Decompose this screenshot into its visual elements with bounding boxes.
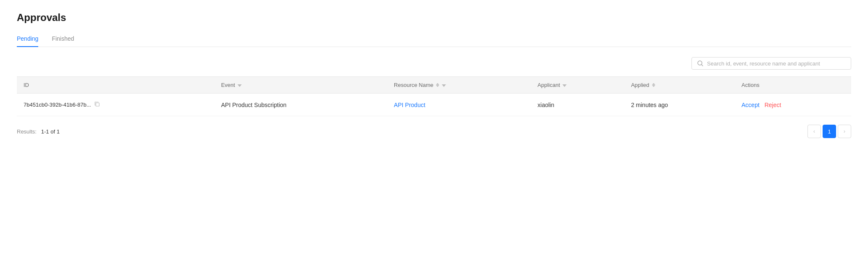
tab-pending[interactable]: Pending bbox=[17, 32, 38, 47]
reject-button[interactable]: Reject bbox=[765, 102, 781, 108]
svg-rect-2 bbox=[96, 103, 99, 106]
col-actions: Actions bbox=[735, 77, 851, 94]
tabs-container: Pending Finished bbox=[17, 32, 851, 47]
resource-filter-icon[interactable] bbox=[442, 83, 446, 88]
col-applied: Applied bbox=[624, 77, 735, 94]
svg-line-1 bbox=[702, 65, 703, 66]
col-event: Event bbox=[214, 77, 387, 94]
search-placeholder: Search id, event, resource name and appl… bbox=[707, 60, 820, 67]
approvals-table: ID Event Resource Name bbox=[17, 76, 851, 116]
cell-actions: Accept Reject bbox=[735, 94, 851, 116]
search-bar-row: Search id, event, resource name and appl… bbox=[17, 47, 851, 76]
page-title: Approvals bbox=[17, 12, 851, 24]
results-count: 1-1 of 1 bbox=[41, 128, 60, 135]
prev-page-button[interactable]: ‹ bbox=[807, 125, 821, 138]
cell-applicant: xiaolin bbox=[531, 94, 624, 116]
cell-applied: 2 minutes ago bbox=[624, 94, 735, 116]
applied-sort-icon[interactable] bbox=[652, 83, 655, 87]
resource-sort-icon[interactable] bbox=[436, 83, 439, 87]
page-1-button[interactable]: 1 bbox=[823, 125, 836, 138]
pagination-controls: ‹ 1 › bbox=[807, 125, 851, 138]
results-text: Results: 1-1 of 1 bbox=[17, 128, 60, 135]
table-row: 7b451cb0-392b-41b6-87b... API Product Su… bbox=[17, 94, 851, 116]
pagination-row: Results: 1-1 of 1 ‹ 1 › bbox=[17, 116, 851, 138]
accept-button[interactable]: Accept bbox=[741, 102, 760, 108]
copy-id-icon[interactable] bbox=[94, 101, 100, 108]
search-box[interactable]: Search id, event, resource name and appl… bbox=[691, 57, 851, 70]
tab-finished[interactable]: Finished bbox=[52, 32, 74, 47]
event-filter-icon[interactable] bbox=[237, 83, 242, 88]
next-page-button[interactable]: › bbox=[838, 125, 851, 138]
cell-resource-name: API Product bbox=[387, 94, 531, 116]
col-applicant: Applicant bbox=[531, 77, 624, 94]
table-header-row: ID Event Resource Name bbox=[17, 77, 851, 94]
cell-event: API Product Subscription bbox=[214, 94, 387, 116]
applicant-filter-icon[interactable] bbox=[562, 83, 567, 88]
search-icon bbox=[697, 60, 704, 67]
col-id: ID bbox=[17, 77, 214, 94]
resource-link[interactable]: API Product bbox=[394, 102, 425, 108]
cell-id: 7b451cb0-392b-41b6-87b... bbox=[17, 94, 214, 116]
col-resource-name: Resource Name bbox=[387, 77, 531, 94]
